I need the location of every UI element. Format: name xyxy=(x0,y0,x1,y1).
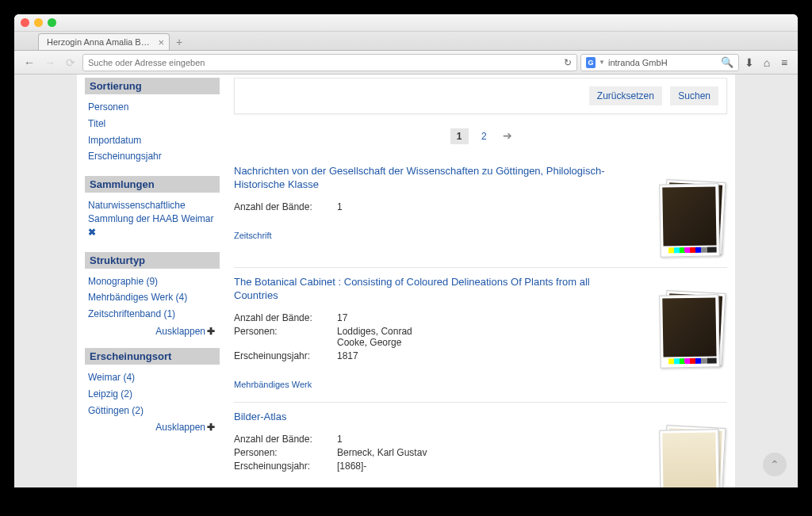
thumbnail-front xyxy=(659,429,720,487)
window-titlebar xyxy=(14,14,798,32)
search-result: Bilder-AtlasAnzahl der Bände:1Personen:B… xyxy=(234,403,727,487)
meta-label: Anzahl der Bände: xyxy=(234,201,337,212)
google-icon: G xyxy=(586,57,596,68)
result-type-link[interactable]: Zeitschrift xyxy=(234,231,272,240)
minimize-window-button[interactable] xyxy=(34,18,43,27)
meta-label: Anzahl der Bände: xyxy=(234,312,337,323)
close-window-button[interactable] xyxy=(21,18,29,27)
structure-option[interactable]: Monographie (9) xyxy=(88,273,216,290)
search-engine-container: G ▼ 🔍 xyxy=(580,54,739,71)
facet-structure-type: Strukturtyp Monographie (9) Mehrbändiges… xyxy=(85,252,220,338)
search-button[interactable]: Suchen xyxy=(670,86,718,105)
plus-icon: ✚ xyxy=(207,326,215,337)
thumbnail-stack[interactable] xyxy=(656,181,724,260)
result-title-link[interactable]: Bilder-Atlas xyxy=(234,411,727,424)
facet-header-structure: Strukturtyp xyxy=(85,252,220,269)
result-meta-row: Anzahl der Bände:1 xyxy=(234,201,727,212)
facet-sidebar: Sortierung Personen Titel Importdatum Er… xyxy=(85,75,220,487)
result-title-link[interactable]: The Botanical Cabinet : Consisting of Co… xyxy=(234,276,727,303)
expand-label: Ausklappen xyxy=(155,326,205,337)
facet-header-place: Erscheinungsort xyxy=(85,348,220,365)
results-main: Zurücksetzen Suchen 1 2 ➔ Nachrichten vo… xyxy=(234,75,727,487)
reload-small-button[interactable]: ⟳ xyxy=(62,54,79,71)
facet-header-sorting: Sortierung xyxy=(85,78,220,94)
url-input[interactable] xyxy=(88,58,559,67)
meta-label: Anzahl der Bände: xyxy=(234,434,337,445)
search-input[interactable] xyxy=(608,58,718,67)
forward-button[interactable]: → xyxy=(41,54,59,71)
thumbnail-front xyxy=(659,294,720,368)
result-meta-row: Anzahl der Bände:1 xyxy=(234,434,727,445)
expand-label: Ausklappen xyxy=(155,422,205,433)
browser-toolbar: ← → ⟳ ↻ G ▼ 🔍 ⬇ ⌂ ≡ xyxy=(14,51,798,75)
search-actions-bar: Zurücksetzen Suchen xyxy=(234,78,727,114)
reload-icon[interactable]: ↻ xyxy=(559,57,572,68)
next-page-icon[interactable]: ➔ xyxy=(503,129,512,142)
result-meta-row: Erscheinungsjahr:1817 xyxy=(234,350,727,361)
place-option[interactable]: Leipzig (2) xyxy=(88,386,216,403)
place-option[interactable]: Göttingen (2) xyxy=(88,403,216,419)
browser-tabbar: Herzogin Anna Amalia Bibliothek - ... × … xyxy=(14,32,798,51)
plus-icon: ✚ xyxy=(207,422,215,433)
thumbnail-front xyxy=(659,183,720,257)
page-number-2[interactable]: 2 xyxy=(475,128,493,144)
facet-header-collections: Sammlungen xyxy=(85,176,220,193)
thumbnail-stack[interactable] xyxy=(656,292,724,371)
expand-structure-button[interactable]: Ausklappen✚ xyxy=(88,323,216,337)
facet-collections: Sammlungen Naturwissenschaftliche Sammlu… xyxy=(85,176,220,242)
result-meta-row: Personen:Loddiges, Conrad Cooke, George xyxy=(234,326,727,348)
search-result: The Botanical Cabinet : Consisting of Co… xyxy=(234,268,727,403)
downloads-icon[interactable]: ⬇ xyxy=(742,55,756,70)
facet-sorting: Sortierung Personen Titel Importdatum Er… xyxy=(85,78,220,166)
browser-tab[interactable]: Herzogin Anna Amalia Bibliothek - ... × xyxy=(38,33,170,50)
result-meta-row: Anzahl der Bände:17 xyxy=(234,312,727,323)
sort-option[interactable]: Erscheinungsjahr xyxy=(88,148,216,165)
collection-active[interactable]: Naturwissenschaftliche Sammlung der HAAB… xyxy=(88,197,216,240)
pagination: 1 2 ➔ xyxy=(234,128,727,144)
search-icon[interactable]: 🔍 xyxy=(721,56,733,68)
thumbnail-stack[interactable] xyxy=(656,426,724,487)
collection-label: Naturwissenschaftliche Sammlung der HAAB… xyxy=(88,200,214,224)
expand-place-button[interactable]: Ausklappen✚ xyxy=(88,419,216,433)
sort-option[interactable]: Importdatum xyxy=(88,132,216,149)
meta-label: Erscheinungsjahr: xyxy=(234,350,337,361)
close-tab-icon[interactable]: × xyxy=(158,36,164,48)
new-tab-button[interactable]: + xyxy=(170,34,189,50)
structure-option[interactable]: Zeitschriftenband (1) xyxy=(88,306,216,323)
reset-button[interactable]: Zurücksetzen xyxy=(589,86,662,105)
result-title-link[interactable]: Nachrichten von der Gesellschaft der Wis… xyxy=(234,165,727,192)
facet-place: Erscheinungsort Weimar (4) Leipzig (2) G… xyxy=(85,348,220,434)
result-type-link[interactable]: Mehrbändiges Werk xyxy=(234,380,312,389)
menu-icon[interactable]: ≡ xyxy=(777,55,791,70)
sort-option[interactable]: Personen xyxy=(88,99,216,116)
meta-label: Personen: xyxy=(234,326,337,348)
page-number-1[interactable]: 1 xyxy=(450,128,469,144)
url-input-container: ↻ xyxy=(82,54,577,71)
remove-facet-icon[interactable]: ✖ xyxy=(88,227,96,238)
result-meta-row: Personen:Berneck, Karl Gustav xyxy=(234,447,727,458)
maximize-window-button[interactable] xyxy=(48,18,56,27)
search-engine-dropdown-icon[interactable]: ▼ xyxy=(599,59,605,66)
search-result: Nachrichten von der Gesellschaft der Wis… xyxy=(234,157,727,268)
place-option[interactable]: Weimar (4) xyxy=(88,369,216,386)
page-viewport: Sortierung Personen Titel Importdatum Er… xyxy=(14,75,798,487)
meta-label: Erscheinungsjahr: xyxy=(234,461,337,472)
structure-option[interactable]: Mehrbändiges Werk (4) xyxy=(88,289,216,306)
scroll-to-top-button[interactable]: ⌃ xyxy=(763,453,787,476)
tab-title: Herzogin Anna Amalia Bibliothek - ... xyxy=(47,37,150,47)
home-icon[interactable]: ⌂ xyxy=(760,55,774,70)
meta-label: Personen: xyxy=(234,447,337,458)
sort-option[interactable]: Titel xyxy=(88,116,216,132)
back-button[interactable]: ← xyxy=(21,54,38,71)
result-meta-row: Erscheinungsjahr:[1868]- xyxy=(234,461,727,472)
